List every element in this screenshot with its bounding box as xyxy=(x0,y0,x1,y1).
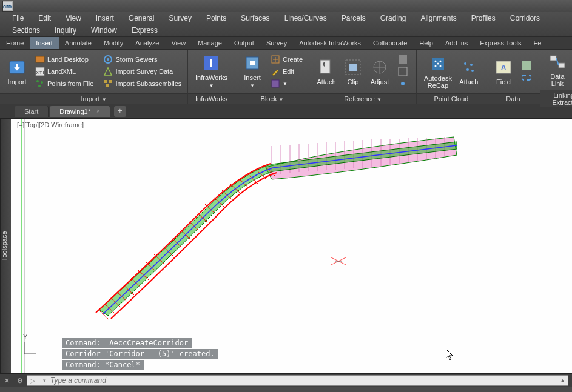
insert-block-button[interactable]: Insert ▼ xyxy=(239,52,266,91)
view-label[interactable]: [–][Top][2D Wireframe] xyxy=(17,121,84,128)
ribbon: Import Land Desktop xmlLandXML Points fr… xyxy=(0,50,572,104)
menu-file[interactable]: File xyxy=(5,12,31,24)
ribbon-tab-manage[interactable]: Manage xyxy=(192,37,228,49)
create-block-button[interactable]: Create xyxy=(268,54,305,65)
datalink-button[interactable]: Data Link xyxy=(544,51,571,88)
panel-pointcloud-label[interactable]: Point Cloud xyxy=(417,93,486,104)
adjust-icon xyxy=(370,58,389,77)
points-from-file-button[interactable]: Points from File xyxy=(33,78,96,89)
panel-data-label[interactable]: Data xyxy=(486,93,540,104)
menu-surfaces[interactable]: Surfaces xyxy=(234,12,277,24)
frames-icon xyxy=(398,67,408,76)
clip-button[interactable]: Clip xyxy=(340,56,366,87)
svg-rect-41 xyxy=(559,63,565,68)
adjust-button[interactable]: Adjust xyxy=(366,56,393,87)
ribbon-tab-output[interactable]: Output xyxy=(228,37,260,49)
data-tool-1[interactable] xyxy=(519,60,536,71)
land-desktop-button[interactable]: Land Desktop xyxy=(33,54,96,65)
field-button[interactable]: AField xyxy=(490,56,517,87)
landxml-button[interactable]: xmlLandXML xyxy=(33,66,96,77)
command-recent-dropdown[interactable]: ▲ xyxy=(560,377,565,384)
svg-text:A: A xyxy=(501,64,506,72)
menu-inquiry[interactable]: Inquiry xyxy=(47,24,84,36)
close-tab-icon[interactable]: × xyxy=(96,108,100,115)
menu-linescurves[interactable]: Lines/Curves xyxy=(277,12,334,24)
import-survey-data-button[interactable]: Import Survey Data xyxy=(101,66,184,77)
menu-parcels[interactable]: Parcels xyxy=(334,12,373,24)
ribbon-tab-expresstools[interactable]: Express Tools xyxy=(474,37,527,49)
menu-profiles[interactable]: Profiles xyxy=(464,12,503,24)
panel-infraworks-label[interactable]: InfraWorks xyxy=(188,93,235,104)
ribbon-tab-addins[interactable]: Add-ins xyxy=(439,37,474,49)
drawing-canvas[interactable]: [–][Top][2D Wireframe] Y Command: _AeccC… xyxy=(11,119,572,373)
svg-rect-19 xyxy=(272,80,279,87)
import-subassemblies-button[interactable]: Import Subassemblies xyxy=(101,78,184,89)
datalink-icon xyxy=(548,52,567,71)
ucs-icon: Y xyxy=(23,333,38,355)
menu-corridors[interactable]: Corridors xyxy=(503,12,547,24)
toolspace-palette[interactable]: Toolspace xyxy=(0,119,11,373)
cmd-customize-icon[interactable]: ⚙ xyxy=(15,375,25,386)
import-button[interactable]: Import xyxy=(4,56,30,87)
menu-edit[interactable]: Edit xyxy=(31,12,58,24)
panel-linking: Data Link Linking & Extraction xyxy=(540,50,572,104)
edit-block-button[interactable]: Edit xyxy=(268,66,305,77)
ribbon-tab-annotate[interactable]: Annotate xyxy=(59,37,98,49)
history-line: Corridor 'Corridor - (5)' created. xyxy=(62,349,218,359)
ref-tool-2[interactable] xyxy=(395,66,412,77)
block-attributes-button[interactable]: ▼ xyxy=(268,78,305,89)
ref-tool-3[interactable] xyxy=(395,78,412,89)
menu-sections[interactable]: Sections xyxy=(5,24,47,36)
add-tab-button[interactable]: + xyxy=(114,106,126,117)
menu-alignments[interactable]: Alignments xyxy=(413,12,463,24)
panel-import-label[interactable]: Import▼ xyxy=(0,93,187,104)
ribbon-tab-survey[interactable]: Survey xyxy=(260,37,293,49)
menu-window[interactable]: Window xyxy=(84,24,124,36)
menu-general[interactable]: General xyxy=(121,12,162,24)
ribbon-tab-collaborate[interactable]: Collaborate xyxy=(367,37,413,49)
svg-rect-24 xyxy=(399,55,407,64)
ribbon-tab-infraworks[interactable]: Autodesk InfraWorks xyxy=(293,37,367,49)
ribbon-tabs: Home Insert Annotate Modify Analyze View… xyxy=(0,37,572,50)
import-icon xyxy=(7,58,27,77)
panel-reference: Attach Clip Adjust Reference▼ xyxy=(309,50,417,104)
ole-icon xyxy=(522,61,531,70)
menu-view[interactable]: View xyxy=(58,12,89,24)
attach-pc-button[interactable]: Attach xyxy=(456,56,482,87)
ribbon-tab-modify[interactable]: Modify xyxy=(98,37,129,49)
menu-survey[interactable]: Survey xyxy=(162,12,199,24)
svg-rect-11 xyxy=(104,80,107,83)
panel-block-label[interactable]: Block▼ xyxy=(235,93,309,104)
ribbon-tab-view[interactable]: View xyxy=(165,37,192,49)
command-input-wrapper[interactable]: ▷_ ▼ ▲ xyxy=(27,375,568,386)
recap-button[interactable]: Autodesk ReCap xyxy=(420,53,456,90)
attach-button[interactable]: Attach xyxy=(313,56,340,87)
storm-sewers-button[interactable]: Storm Sewers xyxy=(101,54,184,65)
survey-data-icon xyxy=(103,67,113,76)
command-input[interactable] xyxy=(50,376,560,385)
ribbon-tab-help[interactable]: Help xyxy=(413,37,439,49)
svg-rect-3 xyxy=(36,56,44,62)
panel-linking-label[interactable]: Linking & Extraction xyxy=(540,90,572,107)
infraworks-button[interactable]: I InfraWorks ▼ xyxy=(192,52,231,91)
ribbon-tab-insert[interactable]: Insert xyxy=(30,37,59,49)
ref-tool-1[interactable] xyxy=(395,54,412,65)
panel-import: Import Land Desktop xmlLandXML Points fr… xyxy=(0,50,188,104)
svg-point-32 xyxy=(437,63,439,65)
cmd-close-icon[interactable]: ✕ xyxy=(1,375,12,386)
doctab-start[interactable]: Start xyxy=(15,106,49,117)
ribbon-tab-feature[interactable]: Fe xyxy=(528,37,548,49)
doctab-drawing1[interactable]: Drawing1*× xyxy=(50,106,110,117)
ribbon-tab-home[interactable]: Home xyxy=(0,37,30,49)
menu-insert[interactable]: Insert xyxy=(89,12,121,24)
ribbon-tab-analyze[interactable]: Analyze xyxy=(129,37,165,49)
panel-reference-label[interactable]: Reference▼ xyxy=(309,93,416,104)
svg-point-33 xyxy=(464,62,466,65)
menu-points[interactable]: Points xyxy=(199,12,234,24)
svg-line-89 xyxy=(331,261,338,265)
landxml-icon: xml xyxy=(35,67,45,76)
svg-rect-22 xyxy=(349,64,357,71)
menu-express[interactable]: Express xyxy=(124,24,165,36)
menu-grading[interactable]: Grading xyxy=(373,12,414,24)
data-tool-2[interactable] xyxy=(519,72,536,83)
